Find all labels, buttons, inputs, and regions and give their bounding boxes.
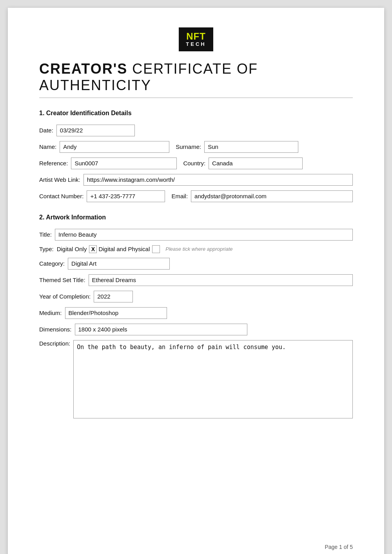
page-title: CREATOR'S CERTIFICATE OF AUTHENTICITY	[39, 61, 353, 94]
email-input[interactable]: andydstar@protonmail.com	[191, 190, 353, 202]
year-row: Year of Completion: 2022	[39, 291, 353, 302]
checkbox-digital-only[interactable]: X	[89, 245, 97, 253]
section1: 1. Creator Identification Details Date: …	[39, 110, 353, 202]
page-footer: Page 1 of 5	[325, 544, 353, 550]
artwork-title-row: Title: Inferno Beauty	[39, 229, 353, 241]
weblink-row: Artist Web Link: https://www.instagram.c…	[39, 174, 353, 186]
type-digital-physical-text: Digital and Physical	[98, 246, 150, 252]
email-label: Email:	[171, 193, 188, 199]
section2-heading: 2. Artwork Information	[39, 214, 353, 221]
reference-label: Reference:	[39, 160, 68, 167]
contact-input[interactable]: +1 437-235-7777	[87, 190, 165, 202]
country-label: Country:	[183, 160, 205, 167]
title-bold: CREATOR'S	[39, 61, 127, 77]
type-note: Please tick where appropriate	[165, 246, 232, 252]
page-info: Page 1 of 5	[325, 544, 353, 550]
country-input[interactable]: Canada	[209, 158, 303, 169]
medium-input[interactable]: Blender/Photoshop	[65, 307, 167, 319]
description-label: Description:	[39, 340, 70, 347]
section1-heading: 1. Creator Identification Details	[39, 110, 353, 117]
themed-row: Themed Set Title: Ethereal Dreams	[39, 274, 353, 286]
category-input[interactable]: Digital Art	[68, 258, 170, 270]
type-digital-only-text: Digital Only	[57, 246, 87, 252]
artwork-title-input[interactable]: Inferno Beauty	[55, 229, 353, 241]
name-label: Name:	[39, 143, 56, 150]
dimensions-label: Dimensions:	[39, 326, 72, 333]
name-row: Name: Andy Surname: Sun	[39, 141, 353, 153]
weblink-input[interactable]: https://www.instagram.com/worth/	[83, 174, 353, 186]
date-row: Date: 03/29/22	[39, 125, 353, 136]
logo-tech: TECH	[186, 42, 206, 47]
section2: 2. Artwork Information Title: Inferno Be…	[39, 214, 353, 418]
page-container: NFT TECH CREATOR'S CERTIFICATE OF AUTHEN…	[8, 8, 384, 554]
type-label: Type:	[39, 246, 54, 252]
reference-input[interactable]: Sun0007	[71, 158, 177, 169]
date-label: Date:	[39, 127, 53, 134]
category-label: Category:	[39, 260, 65, 267]
logo-box: NFT TECH	[179, 27, 213, 51]
category-row: Category: Digital Art	[39, 258, 353, 270]
description-row: Description: On the path to beauty, an i…	[39, 340, 353, 418]
themed-input[interactable]: Ethereal Dreams	[89, 274, 353, 286]
description-textarea[interactable]: On the path to beauty, an inferno of pai…	[73, 340, 353, 418]
medium-row: Medium: Blender/Photoshop	[39, 307, 353, 319]
checkbox-digital-physical[interactable]	[152, 245, 160, 253]
type-row: Type: Digital Only X Digital and Physica…	[39, 245, 353, 253]
contact-row: Contact Number: +1 437-235-7777 Email: a…	[39, 190, 353, 202]
logo-nft: NFT	[186, 31, 206, 42]
name-input[interactable]: Andy	[60, 141, 169, 153]
weblink-label: Artist Web Link:	[39, 176, 80, 183]
artwork-title-label: Title:	[39, 231, 52, 238]
title-divider	[39, 98, 353, 98]
dimensions-input[interactable]: 1800 x 2400 pixels	[75, 324, 247, 335]
themed-label: Themed Set Title:	[39, 277, 85, 283]
logo-area: NFT TECH	[39, 27, 353, 51]
medium-label: Medium:	[39, 310, 62, 316]
dimensions-row: Dimensions: 1800 x 2400 pixels	[39, 324, 353, 335]
year-input[interactable]: 2022	[94, 291, 133, 302]
contact-label: Contact Number:	[39, 193, 83, 199]
date-input[interactable]: 03/29/22	[56, 125, 135, 136]
year-label: Year of Completion:	[39, 293, 91, 300]
reference-row: Reference: Sun0007 Country: Canada	[39, 158, 353, 169]
surname-input[interactable]: Sun	[204, 141, 298, 153]
surname-label: Surname:	[176, 143, 201, 150]
